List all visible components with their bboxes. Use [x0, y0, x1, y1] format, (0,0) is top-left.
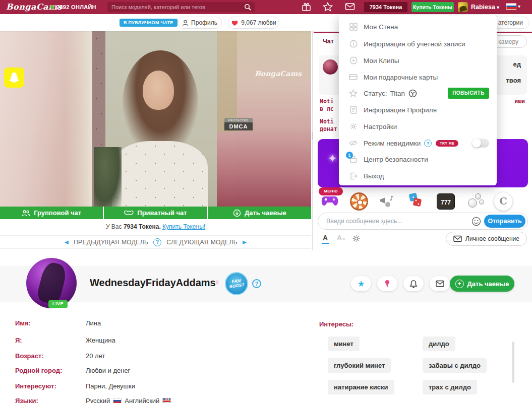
detail-label: Языки: — [15, 397, 38, 403]
interests-scrollbar[interactable] — [512, 342, 514, 383]
buy-tokens-button[interactable]: Купить Токены — [411, 2, 454, 12]
notifications-button[interactable] — [403, 276, 424, 291]
token-line-amount: 7934 Токена. — [124, 223, 161, 230]
interest-tag[interactable]: минет — [328, 337, 360, 351]
menu-label: Информация Профиля — [364, 106, 437, 114]
username: Rabiesa — [471, 4, 495, 11]
pm-envelope-icon — [453, 235, 462, 242]
profile-tip-label: Дать чаевые — [467, 280, 509, 288]
profile-label: Профиль — [191, 19, 217, 26]
user-menu-trigger[interactable]: Rabiesa — [471, 4, 499, 11]
model-navigation: ◀ ПРЕДЫДУЩАЯ МОДЕЛЬ ? СЛЕДУЮЩАЯ МОДЕЛЬ ▶ — [0, 235, 311, 249]
invisible-mode-toggle[interactable] — [472, 139, 489, 148]
interest-tag[interactable]: забавы с дилдо — [423, 358, 487, 373]
give-tip-label: Дать чаевые — [245, 209, 286, 217]
menu-label: Моя Стена — [364, 23, 398, 31]
next-arrow-icon[interactable]: ▶ — [243, 239, 247, 245]
menu-item-settings[interactable]: Настройки — [339, 119, 497, 134]
detail-label: Возраст: — [15, 352, 44, 360]
chat-settings-gear-icon[interactable] — [352, 234, 361, 243]
menu-item-security-center[interactable]: 1 Центр безопасности — [339, 152, 497, 167]
search-input[interactable] — [111, 2, 240, 12]
menu-item-account-info[interactable]: Информация об учетной записи — [339, 36, 497, 51]
love-button[interactable]: 9,067 любви — [228, 17, 279, 29]
top-header: BongaCams 2892 ОНЛАЙН 7934 Токена Купить… — [0, 0, 532, 14]
menu-item-my-clips[interactable]: Мои Клипы — [339, 53, 497, 68]
logout-icon — [349, 172, 358, 180]
security-count-badge: 1 — [346, 152, 353, 159]
bingo-icon[interactable] — [467, 192, 485, 211]
chat-message-input[interactable] — [326, 214, 467, 229]
try-me-badge: TRY ME — [436, 140, 458, 147]
favorites-star-icon[interactable] — [323, 2, 333, 12]
interest-tag[interactable]: глубокий минет — [328, 358, 391, 373]
language-selector[interactable] — [506, 3, 520, 10]
emoji-icon[interactable] — [471, 217, 481, 226]
font-color-tool[interactable]: A — [323, 234, 328, 242]
messages-envelope-icon[interactable] — [345, 2, 355, 11]
dmca-badge[interactable]: PROTECTED DMCA — [224, 118, 253, 132]
menu-item-my-wall[interactable]: Моя Стена — [339, 19, 497, 34]
previous-model-link[interactable]: ПРЕДЫДУЩАЯ МОДЕЛЬ — [74, 239, 148, 246]
send-button[interactable]: Отправить — [484, 215, 525, 228]
group-chat-button[interactable]: Групповой чат — [0, 207, 104, 219]
private-message-button[interactable]: Личное сообщение — [446, 232, 527, 246]
user-avatar[interactable] — [458, 2, 468, 12]
love-count: 9,067 любви — [241, 19, 276, 26]
menu-item-logout[interactable]: Выход — [339, 168, 497, 183]
video-stream[interactable]: BongaCams PROTECTED DMCA — [0, 31, 311, 207]
prev-arrow-icon[interactable]: ◀ — [65, 239, 69, 245]
font-disabled-tool[interactable]: A⨯ — [337, 234, 345, 242]
chat-input-row: Отправить — [318, 213, 528, 230]
slot-777-icon[interactable]: 777 — [437, 193, 455, 210]
interest-tag[interactable]: дилдо — [423, 337, 455, 351]
tab-chat[interactable]: Чат — [323, 38, 334, 45]
gamepad-icon[interactable] — [321, 194, 339, 213]
menu-label: Информация об учетной записи — [364, 40, 465, 48]
nav-help-icon[interactable]: ? — [153, 238, 161, 246]
message-button[interactable] — [430, 276, 450, 291]
dice-icon[interactable] — [407, 192, 426, 211]
language-english: Английский — [125, 397, 159, 403]
upgrade-status-button[interactable]: ПОВЫСИТЬ — [448, 88, 489, 99]
gift-icon[interactable] — [302, 2, 311, 12]
menu-item-invisible-mode[interactable]: Режим невидимки ? TRY ME — [339, 136, 497, 151]
menu-item-status[interactable]: Статус: Titan ПОВЫСИТЬ — [339, 86, 497, 101]
music-horn-icon[interactable]: ♪ — [378, 193, 396, 212]
roulette-icon[interactable] — [350, 192, 368, 211]
menu-item-gift-cards[interactable]: Мои подарочные карты — [339, 70, 497, 85]
interest-tags: минет дилдо глубокий минет забавы с дилд… — [328, 337, 487, 394]
pin-button[interactable] — [377, 276, 397, 291]
language-russian: Русский — [86, 397, 110, 403]
search-icon[interactable] — [244, 4, 251, 11]
uk-flag-icon — [162, 398, 171, 403]
chat-text-fragment: твоя — [506, 77, 521, 84]
fanboost-help-icon[interactable]: ? — [252, 279, 261, 288]
dmca-label: DMCA — [224, 122, 253, 130]
buy-tokens-link[interactable]: Купить Токены! — [162, 223, 205, 230]
chat-notice: донат — [320, 125, 337, 132]
game-c-icon[interactable]: C — [494, 192, 512, 211]
menu-label: Центр безопасности — [364, 156, 428, 163]
profile-tip-button[interactable]: + Дать чаевые — [450, 276, 514, 292]
invisible-help-icon[interactable]: ? — [424, 140, 432, 147]
give-tip-button[interactable]: Дать чаевые — [208, 207, 311, 219]
favorite-star-icon: ★ — [357, 279, 365, 289]
private-chat-button[interactable]: Приватный чат — [104, 207, 208, 219]
detail-label: Интересуют: — [15, 382, 56, 390]
interests-label: Интересы: — [319, 320, 353, 328]
next-model-link[interactable]: СЛЕДУЮЩАЯ МОДЕЛЬ — [166, 239, 238, 246]
interest-tag[interactable]: натирание киски — [328, 380, 394, 394]
interest-tag[interactable]: трах с дилдо — [423, 380, 477, 394]
message-envelope-icon — [436, 280, 444, 287]
favorite-button[interactable]: ★ — [351, 276, 371, 291]
profile-button[interactable]: Профиль — [178, 17, 222, 29]
menu-item-profile-info[interactable]: Информация Профиля — [339, 102, 497, 117]
snapchat-icon[interactable] — [4, 68, 24, 88]
detail-label: Родной город: — [15, 367, 62, 374]
search-box[interactable] — [107, 2, 255, 12]
person-icon — [182, 20, 189, 26]
detail-value-languages: Русский Английский — [86, 397, 171, 403]
chat-user-avatar[interactable] — [323, 59, 338, 75]
security-lock-icon: 1 — [349, 155, 358, 163]
